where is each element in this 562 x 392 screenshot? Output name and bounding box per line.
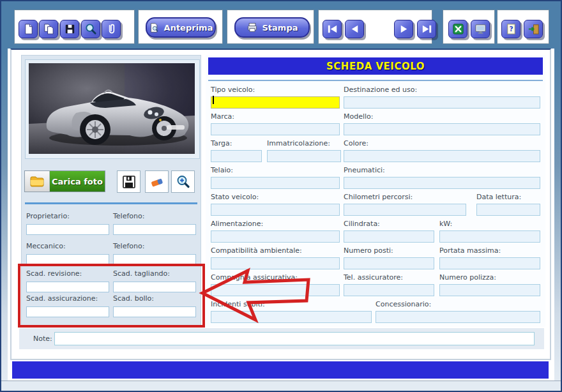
field-incidenti: Incidenti subiti:	[211, 300, 372, 323]
telefono-meccanico-label: Telefono:	[113, 242, 196, 250]
alimentazione-input[interactable]	[211, 230, 340, 243]
marca-input[interactable]	[211, 123, 340, 135]
colore-input[interactable]	[344, 150, 540, 162]
alimentazione-label: Alimentazione:	[211, 220, 340, 228]
data-lettura-input[interactable]	[476, 204, 540, 216]
tipo-veicolo-input[interactable]	[211, 96, 340, 109]
targa-input[interactable]	[211, 150, 262, 162]
zoom-in-icon	[176, 174, 191, 190]
vehicle-photo	[25, 59, 200, 159]
field-telaio: Telaio:	[211, 166, 340, 189]
incidenti-label: Incidenti subiti:	[211, 300, 372, 308]
zoom-photo-button[interactable]	[171, 170, 195, 193]
kw-label: kW:	[439, 220, 540, 228]
modello-label: Modello:	[344, 112, 540, 121]
tel-assicuratore-input[interactable]	[344, 284, 434, 296]
data-lettura-label: Data lettura:	[476, 193, 540, 201]
incidenti-input[interactable]	[211, 311, 372, 323]
printer-icon	[247, 22, 258, 33]
numero-posti-label: Numero posti:	[344, 246, 434, 255]
carica-foto-label: Carica foto	[52, 177, 103, 186]
screen-icon	[474, 22, 487, 36]
field-scad-tagliando: Scad. tagliando:	[113, 269, 196, 292]
modello-input[interactable]	[344, 123, 540, 135]
note-input[interactable]	[54, 332, 535, 345]
field-compatibilita: Compatibilità ambientale:	[211, 246, 340, 269]
field-targa: Targa:	[211, 139, 262, 162]
stampa-button[interactable]: Stampa	[234, 17, 310, 38]
note-label: Note:	[33, 335, 52, 343]
scad-tagliando-input[interactable]	[113, 282, 196, 292]
erase-photo-button[interactable]	[145, 170, 169, 193]
field-telefono-proprietario: Telefono:	[113, 212, 196, 235]
field-tipo-veicolo: Tipo veicolo:	[211, 86, 340, 109]
portata-label: Portata massima:	[439, 246, 540, 255]
proprietario-label: Proprietario:	[26, 212, 109, 220]
scad-bollo-input[interactable]	[113, 306, 196, 317]
car-photo-image	[29, 63, 195, 154]
compatibilita-input[interactable]	[211, 257, 340, 269]
cilindrata-input[interactable]	[344, 230, 434, 243]
help-icon: ?	[505, 22, 518, 36]
field-chilometri: Chilometri percorsi:	[344, 193, 466, 216]
carica-foto-button[interactable]: Carica foto	[24, 170, 105, 192]
field-compagnia: Compagnia assicurativa:	[211, 273, 340, 296]
compagnia-input[interactable]	[211, 284, 340, 296]
next-record-icon	[397, 22, 411, 36]
field-numero-polizza: Numero polizza:	[439, 273, 540, 296]
save-photo-icon	[121, 174, 137, 190]
proprietario-input[interactable]	[26, 224, 109, 235]
immatricolazione-input[interactable]	[267, 150, 341, 162]
new-document-button[interactable]	[19, 20, 38, 38]
field-modello: Modello:	[344, 112, 540, 135]
scad-revisione-input[interactable]	[26, 282, 109, 292]
field-cilindrata: Cilindrata:	[344, 220, 434, 243]
new-document-icon	[22, 22, 35, 36]
portata-input[interactable]	[439, 257, 540, 269]
preview-document-icon	[149, 22, 160, 33]
field-destinazione: Destinazione ed uso:	[344, 86, 540, 109]
excel-icon	[452, 22, 465, 36]
next-record-button[interactable]	[394, 20, 413, 38]
numero-polizza-input[interactable]	[439, 284, 540, 296]
anteprima-button[interactable]: Anteprima	[146, 17, 216, 38]
numero-posti-input[interactable]	[344, 257, 434, 269]
previous-record-icon	[348, 22, 361, 36]
field-marca: Marca:	[211, 112, 340, 135]
help-button[interactable]: ?	[501, 20, 520, 38]
stato-veicolo-input[interactable]	[211, 204, 340, 216]
save-icon	[63, 22, 77, 36]
left-panel-divider	[25, 202, 197, 204]
exit-button[interactable]	[524, 20, 543, 38]
pneumatici-input[interactable]	[344, 177, 540, 189]
carica-foto-label-area: Carica foto	[50, 171, 105, 192]
field-numero-posti: Numero posti:	[344, 246, 434, 269]
chilometri-input[interactable]	[344, 204, 466, 216]
save-photo-button[interactable]	[117, 170, 140, 193]
field-alimentazione: Alimentazione:	[211, 220, 340, 243]
telefono-meccanico-input[interactable]	[113, 254, 196, 265]
concessionario-input[interactable]	[376, 311, 540, 323]
search-button[interactable]	[81, 20, 100, 38]
footer-bar	[12, 361, 549, 379]
targa-label: Targa:	[211, 139, 262, 147]
field-stato-veicolo: Stato veicolo:	[211, 193, 340, 216]
previous-record-button[interactable]	[345, 20, 364, 38]
folder-icon	[25, 171, 50, 192]
save-button[interactable]	[60, 20, 79, 38]
last-record-button[interactable]	[417, 20, 436, 38]
kw-input[interactable]	[439, 230, 540, 243]
meccanico-input[interactable]	[26, 254, 109, 265]
copy-button[interactable]	[39, 20, 58, 38]
scad-assicurazione-input[interactable]	[26, 306, 109, 317]
screen-view-button[interactable]	[471, 20, 490, 38]
telaio-input[interactable]	[211, 177, 340, 189]
eraser-icon	[149, 174, 165, 190]
telefono-proprietario-input[interactable]	[113, 224, 196, 235]
excel-export-button[interactable]	[448, 20, 467, 38]
window-frame-right	[554, 49, 561, 381]
first-record-button[interactable]	[323, 20, 342, 38]
attachment-button[interactable]	[102, 20, 121, 38]
destinazione-input[interactable]	[344, 96, 540, 109]
exit-icon	[527, 22, 540, 36]
